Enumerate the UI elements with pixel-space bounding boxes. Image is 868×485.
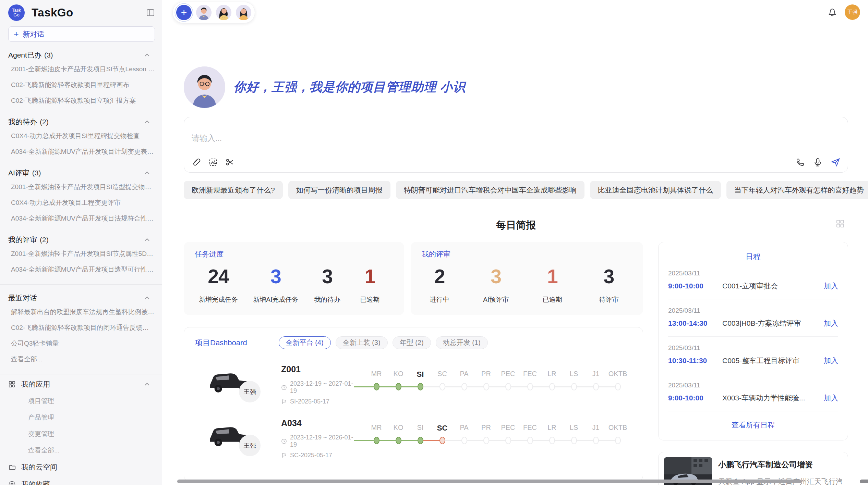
sidebar-section: AI评审 (3) Z001-全新燃油轻卡产品开发项目SI造型提交物评审 C0X4…: [8, 168, 155, 226]
plus-icon: +: [14, 29, 19, 39]
project-date-range: 2023-12-19 ~ 2027-01-19: [290, 380, 360, 395]
agent-avatar-2[interactable]: [216, 5, 231, 20]
schedule-meeting-name: C005-整车工程目标评审: [722, 356, 820, 365]
dashboard-tab[interactable]: 动总开发 (1): [436, 336, 488, 349]
section-header[interactable]: 我的待办 (2): [8, 117, 155, 127]
agent-avatar-3[interactable]: [236, 5, 251, 20]
sidebar-task-item[interactable]: C02-飞腾新能源轻客改款项目立项汇报方案: [8, 93, 155, 109]
topbar: + 王强: [162, 0, 868, 25]
horizontal-scrollbar-thumb[interactable]: [177, 480, 801, 483]
section-header[interactable]: Agent已办 (3): [8, 50, 155, 60]
milestone-dot: [527, 437, 533, 444]
recent-chat-item[interactable]: C02-飞腾新能源轻客改款项目的闭环通告反馈情况: [8, 320, 155, 336]
suggestion-chip[interactable]: 特朗普可能对进口汽车增税会对中国车企造成哪些影响: [396, 181, 584, 199]
milestone-label: LR: [541, 370, 563, 380]
chevron-up-icon[interactable]: [144, 171, 150, 175]
schedule-title: 日程: [668, 252, 838, 262]
sidebar-task-item[interactable]: Z001-全新燃油轻卡产品开发项目SI造型提交物评审: [8, 179, 155, 195]
chevron-up-icon[interactable]: [144, 296, 150, 300]
chevron-up-icon[interactable]: [144, 382, 150, 387]
greeting-text: 你好，王强，我是你的项目管理助理 小识: [233, 79, 466, 96]
input-placeholder: 请输入...: [192, 133, 840, 144]
schedule-entry-row: 13:00-14:30 C003|H0B-方案冻结评审 加入: [668, 319, 838, 337]
join-link[interactable]: 加入: [824, 281, 838, 291]
chevron-up-icon[interactable]: [144, 120, 150, 124]
dashboard-tab[interactable]: 全新上装 (3): [336, 336, 388, 349]
dashboard-tab[interactable]: 全新平台 (4): [279, 336, 331, 349]
new-chat-button[interactable]: + 新对话: [8, 26, 155, 42]
attachment-icon[interactable]: [192, 158, 201, 167]
recent-view-all-link[interactable]: 查看全部...: [8, 351, 155, 367]
divider: [0, 284, 162, 285]
milestone-label: SI: [409, 424, 431, 433]
notification-bell-icon[interactable]: [828, 8, 837, 17]
sidebar-task-item[interactable]: Z001-全新燃油轻卡产品开发项目SI节点属性5D文件评审: [8, 246, 155, 262]
flag-icon: [281, 399, 287, 405]
dashboard-tab[interactable]: 年型 (2): [393, 336, 431, 349]
sidebar-item-favorites[interactable]: 我的收藏: [8, 476, 155, 485]
topbar-right: 王强: [828, 4, 860, 20]
sidebar-task-item[interactable]: A034-全新新能源MUV产品开发项目法规符合性评审: [8, 211, 155, 226]
scissors-icon[interactable]: [225, 158, 234, 167]
chevron-up-icon[interactable]: [144, 53, 150, 58]
sidebar-task-item[interactable]: Z001-全新燃油皮卡产品开发项目SI节点Lesson Learn报告: [8, 61, 155, 77]
join-link[interactable]: 加入: [824, 393, 838, 403]
suggestion-chip[interactable]: 比亚迪全固态电池计划具体说了什么: [590, 181, 721, 199]
sidebar-item-my-apps[interactable]: 我的应用: [8, 376, 155, 393]
section-items: Z001-全新燃油轻卡产品开发项目SI节点属性5D文件评审 A034-全新新能源…: [8, 246, 155, 277]
milestone-label: PEC: [497, 424, 519, 433]
sidebar-item-cloud-space[interactable]: 我的云空间: [8, 459, 155, 476]
layout-grid-icon[interactable]: [836, 219, 845, 228]
sidebar-task-item[interactable]: A034-全新新能源MUV产品开发项目计划变更表编写: [8, 144, 155, 160]
section-items: C0X4-动力总成开发项目SI里程碑提交物检查 A034-全新新能源MUV产品开…: [8, 128, 155, 160]
app-item[interactable]: 变更管理: [8, 426, 155, 442]
suggestion-chip[interactable]: 欧洲新规最近颁布了什么?: [184, 181, 283, 199]
microphone-icon[interactable]: [813, 158, 822, 167]
recent-chat-item[interactable]: 公司Q3轻卡销量: [8, 336, 155, 351]
app-item[interactable]: 产品管理: [8, 409, 155, 426]
join-link[interactable]: 加入: [824, 319, 838, 328]
milestone-dot: [615, 437, 621, 444]
milestone-label: LS: [563, 424, 585, 433]
section-header[interactable]: AI评审 (3): [8, 168, 155, 178]
sidebar-task-item[interactable]: C0X4-动力总成开发项目工程变更评审: [8, 195, 155, 211]
recent-chats-header[interactable]: 最近对话: [8, 293, 155, 303]
apps-view-all-link[interactable]: 查看全部...: [8, 442, 155, 459]
sidebar-collapse-icon[interactable]: [146, 8, 155, 17]
add-agent-button[interactable]: +: [176, 5, 192, 20]
milestone-label: PR: [475, 424, 497, 433]
suggestion-chip[interactable]: 如何写一份清晰的项目周报: [288, 181, 390, 199]
sidebar-task-item[interactable]: C0X4-动力总成开发项目SI里程碑提交物检查: [8, 128, 155, 144]
stat-value: 3: [314, 265, 341, 288]
agent-avatar-1[interactable]: [196, 5, 212, 20]
project-row[interactable]: 王强 Z001 2023-12-19 ~ 2027-01-19: [195, 361, 635, 403]
section-items: Z001-全新燃油皮卡产品开发项目SI节点Lesson Learn报告 C02-…: [8, 61, 155, 109]
milestone-label: OKTB: [607, 370, 629, 380]
my-apps-label: 我的应用: [21, 380, 50, 389]
image-icon[interactable]: [208, 158, 218, 167]
milestone-label: PA: [453, 424, 475, 433]
project-row[interactable]: 王强 A034 2023-12-19 ~ 2026-01-19: [195, 415, 635, 457]
send-icon[interactable]: [831, 157, 840, 167]
sidebar: Task Go TaskGo + 新对话 Agent已办 (3): [0, 0, 162, 485]
join-link[interactable]: 加入: [824, 356, 838, 365]
suggestion-chip[interactable]: 当下年轻人对汽车外观有怎样的喜好趋势: [726, 181, 868, 199]
view-all-schedule-link[interactable]: 查看所有日程: [668, 411, 838, 440]
recent-chat-item[interactable]: 解释最新出台的欧盟报废车法规再生塑料比例被调至15%...: [8, 304, 155, 320]
sidebar-task-item[interactable]: C02-飞腾新能源轻客改款项目里程碑画布: [8, 77, 155, 93]
sidebar-task-item[interactable]: A034-全新新能源MUV产品开发项目造型可行性评审: [8, 262, 155, 277]
stat: 3 AI预评审: [482, 265, 510, 304]
chevron-up-icon[interactable]: [144, 237, 150, 242]
milestone-label: KO: [387, 370, 409, 380]
chat-input[interactable]: 请输入...: [184, 117, 848, 173]
content: 你好，王强，我是你的项目管理助理 小识 请输入...: [184, 25, 848, 485]
scrollbar-corner[interactable]: [860, 480, 868, 483]
user-avatar[interactable]: 王强: [845, 4, 860, 20]
phone-icon[interactable]: [796, 158, 805, 167]
app-item[interactable]: 项目管理: [8, 393, 155, 409]
section-header[interactable]: 我的评审 (2): [8, 235, 155, 245]
milestone-dot: [505, 383, 511, 390]
stat-label: AI预评审: [482, 295, 510, 304]
stat-label: 新增完成任务: [199, 295, 238, 304]
greeting-block: 你好，王强，我是你的项目管理助理 小识: [184, 66, 848, 108]
